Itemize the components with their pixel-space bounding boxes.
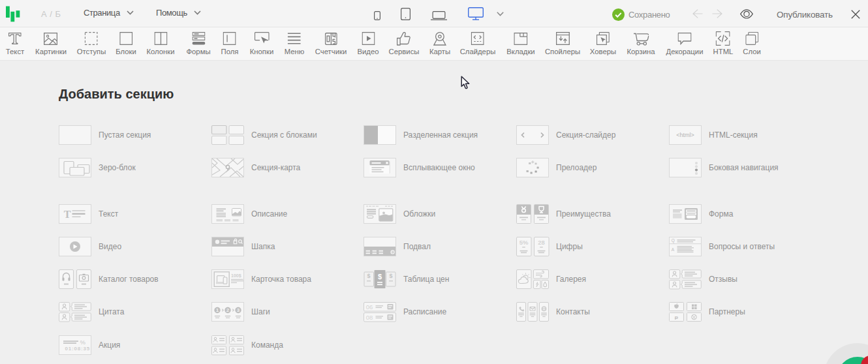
svg-text:3: 3 <box>237 307 240 313</box>
svg-text:28: 28 <box>538 239 545 246</box>
svg-text:100$: 100$ <box>231 273 241 279</box>
svg-text:Q: Q <box>672 238 675 243</box>
svg-text:06: 06 <box>366 303 373 311</box>
svg-text:%: % <box>80 339 86 346</box>
svg-text:08: 08 <box>366 314 373 321</box>
svg-text:1: 1 <box>216 307 219 313</box>
svg-text:A: A <box>672 247 675 252</box>
svg-text:01:08:35: 01:08:35 <box>65 346 90 352</box>
svg-text:2: 2 <box>226 307 230 313</box>
svg-text:<html>: <html> <box>676 132 694 138</box>
svg-text:$: $ <box>367 273 370 279</box>
svg-text:$: $ <box>389 273 392 279</box>
svg-text:T: T <box>64 209 71 220</box>
svg-text:$: $ <box>378 273 382 281</box>
svg-text:5%: 5% <box>519 239 529 246</box>
